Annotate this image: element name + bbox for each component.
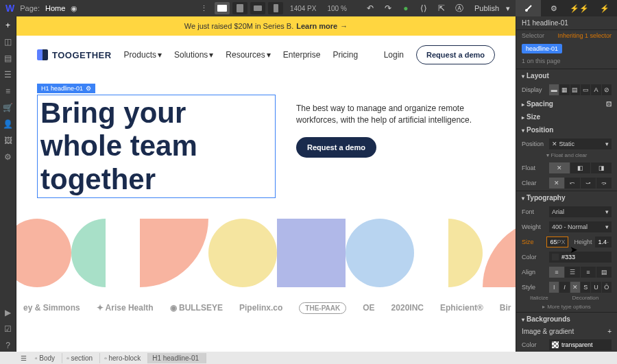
request-demo-hero-button[interactable]: Request a demo xyxy=(296,137,376,158)
typography-section-head[interactable]: Typography xyxy=(516,191,617,204)
class-tag[interactable]: headline-01 xyxy=(522,44,562,53)
publish-button[interactable]: Publish xyxy=(469,4,505,12)
device-tablet-landscape-icon[interactable] xyxy=(250,2,265,14)
float-none-button[interactable]: ✕ xyxy=(549,162,570,173)
font-size-input[interactable]: 65PX xyxy=(546,236,568,247)
nav-enterprise[interactable]: Enterprise xyxy=(283,50,321,60)
eye-icon[interactable]: ◉ xyxy=(71,4,77,13)
arrow-right-icon: → xyxy=(340,22,348,30)
undo-icon[interactable]: ↶ xyxy=(362,0,378,16)
selection-badge[interactable]: H1 headline-01 ⚙ xyxy=(37,84,95,93)
clear-none-button[interactable]: ✕ xyxy=(549,178,564,189)
site-logo[interactable]: TOOGETHER xyxy=(37,49,112,60)
settings-icon[interactable]: ⚙ xyxy=(2,151,14,163)
spacing-section-head[interactable]: Spacing⊡ xyxy=(516,97,617,110)
page-name[interactable]: Home xyxy=(45,4,65,12)
add-element-icon[interactable]: + xyxy=(2,19,14,32)
request-demo-nav-button[interactable]: Request a demo xyxy=(416,45,495,64)
position-section-head[interactable]: Position xyxy=(516,123,617,136)
pages-icon[interactable]: ▤ xyxy=(2,52,14,64)
style-italic-button[interactable]: I xyxy=(559,282,569,293)
device-tablet-icon[interactable] xyxy=(232,2,247,14)
export-icon[interactable]: ⇱ xyxy=(433,0,450,16)
code-icon[interactable]: ⟨⟩ xyxy=(415,0,432,16)
canvas-width[interactable]: 1404 PX xyxy=(286,5,320,12)
interactions-panel-tab[interactable]: ⚡⚡ xyxy=(566,0,592,16)
more-type-toggle[interactable]: More type options xyxy=(542,304,591,310)
device-mobile-icon[interactable] xyxy=(268,2,283,14)
nav-solutions[interactable]: Solutions ▾ xyxy=(174,50,213,60)
nav-pricing[interactable]: Pricing xyxy=(332,50,358,60)
canvas[interactable]: We just raised $20M in Series B. Learn m… xyxy=(16,16,516,352)
expand-icon[interactable]: ⊡ xyxy=(606,100,612,108)
assets-icon[interactable]: 🖼 xyxy=(2,134,14,147)
font-select[interactable]: Arial▾ xyxy=(549,206,612,217)
clear-both-button[interactable]: ⤼ xyxy=(596,178,612,189)
display-flex-button[interactable]: ▦ xyxy=(559,84,569,95)
align-left-button[interactable]: ≡ xyxy=(549,267,564,278)
chevron-down-icon[interactable]: ▾ xyxy=(506,4,514,13)
login-link[interactable]: Login xyxy=(384,50,404,60)
more-icon[interactable]: ⋮ xyxy=(196,4,212,13)
align-center-button[interactable]: ☰ xyxy=(565,267,580,278)
display-block-button[interactable]: ▬ xyxy=(549,84,559,95)
decoration-strike-button[interactable]: S xyxy=(581,282,590,293)
headline-01[interactable]: Bring your whole team together xyxy=(37,95,276,198)
size-section-head[interactable]: Size xyxy=(516,110,617,123)
decoration-none-button[interactable]: ✕ xyxy=(570,282,580,293)
display-inline-block-button[interactable]: ▭ xyxy=(581,84,590,95)
redo-icon[interactable]: ↷ xyxy=(380,0,396,16)
cms-icon[interactable]: ≡ xyxy=(2,85,14,97)
settings-panel-tab[interactable]: ⚙ xyxy=(541,0,566,16)
clear-right-button[interactable]: ⤻ xyxy=(581,178,596,189)
position-select[interactable]: ✕ Static▾ xyxy=(549,138,612,149)
display-none-button[interactable]: ⊘ xyxy=(602,84,612,95)
font-color-input[interactable]: #333 xyxy=(549,252,612,263)
device-desktop-icon[interactable] xyxy=(215,2,230,14)
display-inline-button[interactable]: A xyxy=(591,84,601,95)
style-panel-tab[interactable] xyxy=(516,0,541,16)
support-icon[interactable]: ? xyxy=(2,339,14,352)
announcement-link[interactable]: Learn more xyxy=(296,22,337,30)
crumb-headline[interactable]: H1 headline-01 xyxy=(148,353,206,363)
help-icon[interactable]: ☑ xyxy=(2,323,14,335)
cube-icon[interactable]: ◫ xyxy=(2,36,14,48)
line-height-input[interactable]: 1.4- xyxy=(595,236,612,247)
effects-panel-tab[interactable]: ⚡ xyxy=(592,0,617,16)
decoration-underline-button[interactable]: U xyxy=(591,282,601,293)
add-icon[interactable]: + xyxy=(607,328,612,335)
align-right-button[interactable]: ≡ xyxy=(581,267,596,278)
users-icon[interactable]: 👤 xyxy=(2,118,14,130)
webflow-logo-icon[interactable]: W xyxy=(5,3,14,14)
float-right-button[interactable]: ◨ xyxy=(591,162,612,173)
gear-icon[interactable]: ⚙ xyxy=(86,85,91,92)
color-label: Color xyxy=(522,254,546,260)
announcement-bar[interactable]: We just raised $20M in Series B. Learn m… xyxy=(16,16,516,36)
hero-subhead[interactable]: The best way to manage and organize remo… xyxy=(296,103,495,126)
layout-section-head[interactable]: Layout xyxy=(516,69,617,82)
check-icon[interactable]: ● xyxy=(398,0,414,16)
float-clear-toggle[interactable]: Float and clear xyxy=(546,152,588,158)
audit-icon[interactable]: Ⓐ xyxy=(451,0,468,16)
decoration-overline-button[interactable]: Ō xyxy=(602,282,612,293)
hero-block[interactable]: H1 headline-01 ⚙ Bring your whole team t… xyxy=(16,74,516,205)
video-icon[interactable]: ▶ xyxy=(2,306,14,319)
inheriting-text[interactable]: Inheriting 1 selector xyxy=(557,32,612,39)
nav-resources[interactable]: Resources ▾ xyxy=(226,50,270,60)
align-justify-button[interactable]: ▤ xyxy=(596,267,612,278)
bg-color-input[interactable]: transparent xyxy=(549,339,612,350)
canvas-zoom[interactable]: 100 % xyxy=(323,5,350,12)
float-left-button[interactable]: ◧ xyxy=(570,162,591,173)
crumb-section[interactable]: ▫ section xyxy=(62,353,100,363)
clear-left-button[interactable]: ⤺ xyxy=(565,178,580,189)
weight-select[interactable]: 400 - Normal▾ xyxy=(549,221,612,232)
nav-products[interactable]: Products ▾ xyxy=(124,50,162,60)
ecommerce-icon[interactable]: 🛒 xyxy=(2,101,14,114)
crumb-body[interactable]: ▫ Body xyxy=(31,353,62,363)
backgrounds-section-head[interactable]: Backgrounds xyxy=(516,313,617,326)
navigator-icon[interactable]: ☰ xyxy=(2,69,14,81)
display-grid-button[interactable]: ▤ xyxy=(570,84,580,95)
style-regular-button[interactable]: I xyxy=(549,282,559,293)
navigator-toggle-icon[interactable]: ☰ xyxy=(16,354,31,362)
crumb-hero-block[interactable]: ▫ hero-block xyxy=(100,353,148,363)
